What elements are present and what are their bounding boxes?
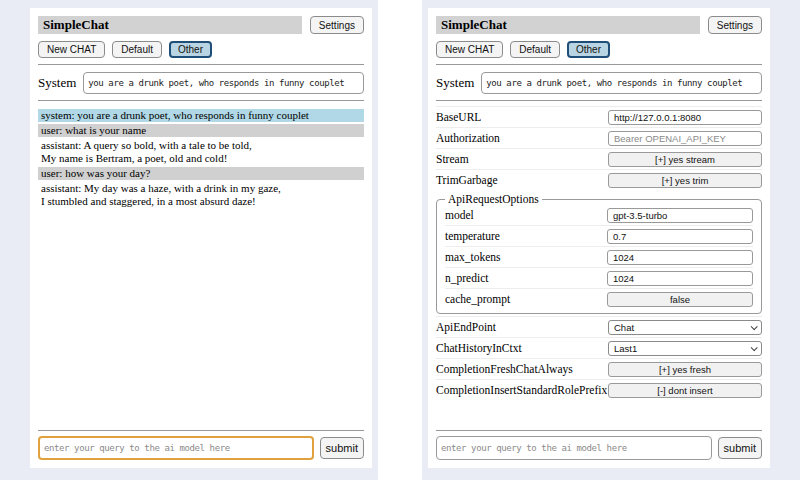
system-prompt-input[interactable] <box>83 72 364 94</box>
system-label: System <box>38 72 76 91</box>
stream-label: Stream <box>436 153 608 165</box>
system-prompt-row: System <box>38 72 364 94</box>
n-predict-input[interactable] <box>607 271 753 286</box>
model-label: model <box>445 209 607 221</box>
system-prompt-input[interactable] <box>481 72 762 94</box>
authorization-input[interactable] <box>608 131 762 146</box>
max-tokens-input[interactable] <box>607 250 753 265</box>
new-chat-button[interactable]: New CHAT <box>38 41 105 58</box>
api-endpoint-selected-value: Chat <box>614 322 634 333</box>
chat-message-system: system: you are a drunk poet, who respon… <box>38 109 364 122</box>
session-default-button[interactable]: Default <box>112 41 162 58</box>
chat-history-select[interactable]: Last1 <box>608 341 762 356</box>
chat-card: SimpleChat Settings New CHAT Default Oth… <box>30 8 372 468</box>
chevron-down-icon <box>751 323 758 330</box>
chat-history-selected-value: Last1 <box>614 343 637 354</box>
new-chat-button[interactable]: New CHAT <box>436 41 503 58</box>
setting-row-cache-prompt: cache_prompt false <box>445 288 753 309</box>
settings-view-screenshot: SimpleChat Settings New CHAT Default Oth… <box>422 0 800 480</box>
query-bar: submit <box>38 424 364 460</box>
api-endpoint-label: ApiEndPoint <box>436 321 608 333</box>
settings-button[interactable]: Settings <box>708 16 762 34</box>
completion-fresh-toggle-button[interactable]: [+] yes fresh <box>608 362 762 377</box>
app-title: SimpleChat <box>436 16 700 34</box>
max-tokens-label: max_tokens <box>445 251 607 263</box>
app-title: SimpleChat <box>38 16 302 34</box>
setting-row-authorization: Authorization <box>436 127 762 148</box>
settings-card: SimpleChat Settings New CHAT Default Oth… <box>428 8 770 468</box>
chat-log: system: you are a drunk poet, who respon… <box>38 109 364 210</box>
chevron-down-icon <box>751 344 758 351</box>
session-other-button[interactable]: Other <box>567 41 610 58</box>
trimgarbage-toggle-button[interactable]: [+] yes trim <box>608 173 762 188</box>
setting-row-api-endpoint: ApiEndPoint Chat <box>436 316 762 337</box>
completion-role-prefix-toggle-button[interactable]: [-] dont insert <box>608 383 762 398</box>
header: SimpleChat Settings <box>38 16 364 34</box>
chat-message-assistant: assistant: My day was a haze, with a dri… <box>38 182 364 208</box>
chat-message-user: user: how was your day? <box>38 167 364 180</box>
setting-row-trimgarbage: TrimGarbage [+] yes trim <box>436 169 762 190</box>
divider <box>436 64 762 65</box>
system-label: System <box>436 72 474 91</box>
setting-row-model: model <box>445 205 753 225</box>
query-bar: submit <box>436 424 762 460</box>
api-request-options-fieldset: ApiRequestOptions model temperature max_… <box>436 193 762 314</box>
submit-button[interactable]: submit <box>718 437 762 459</box>
temperature-input[interactable] <box>607 229 753 244</box>
chat-view-screenshot: SimpleChat Settings New CHAT Default Oth… <box>0 0 378 480</box>
setting-row-completion-role-prefix: CompletionInsertStandardRolePrefix [-] d… <box>436 379 762 400</box>
cache-prompt-toggle-button[interactable]: false <box>607 292 753 307</box>
completion-fresh-label: CompletionFreshChatAlways <box>436 363 608 375</box>
divider <box>38 64 364 65</box>
setting-row-baseurl: BaseURL <box>436 106 762 127</box>
system-prompt-row: System <box>436 72 762 94</box>
setting-row-max-tokens: max_tokens <box>445 246 753 267</box>
divider <box>38 430 364 431</box>
chat-message-user: user: what is your name <box>38 124 364 137</box>
settings-button[interactable]: Settings <box>310 16 364 34</box>
query-input[interactable] <box>38 436 314 460</box>
n-predict-label: n_predict <box>445 272 607 284</box>
setting-row-stream: Stream [+] yes stream <box>436 148 762 169</box>
cache-prompt-label: cache_prompt <box>445 293 607 305</box>
submit-button[interactable]: submit <box>320 437 364 459</box>
model-input[interactable] <box>607 208 753 223</box>
divider <box>436 100 762 101</box>
setting-row-n-predict: n_predict <box>445 267 753 288</box>
completion-role-prefix-label: CompletionInsertStandardRolePrefix <box>436 384 608 396</box>
stream-toggle-button[interactable]: [+] yes stream <box>608 152 762 167</box>
divider <box>38 100 364 101</box>
trimgarbage-label: TrimGarbage <box>436 174 608 186</box>
chat-history-label: ChatHistoryInCtxt <box>436 342 608 354</box>
setting-row-completion-fresh: CompletionFreshChatAlways [+] yes fresh <box>436 358 762 379</box>
chat-session-bar: New CHAT Default Other <box>38 41 364 58</box>
api-endpoint-select[interactable]: Chat <box>608 320 762 335</box>
chat-message-assistant: assistant: A query so bold, with a tale … <box>38 139 364 165</box>
divider <box>436 430 762 431</box>
session-default-button[interactable]: Default <box>510 41 560 58</box>
authorization-label: Authorization <box>436 132 608 144</box>
baseurl-label: BaseURL <box>436 111 608 123</box>
query-input[interactable] <box>436 436 712 460</box>
temperature-label: temperature <box>445 230 607 242</box>
baseurl-input[interactable] <box>608 110 762 125</box>
setting-row-temperature: temperature <box>445 225 753 246</box>
setting-row-chat-history: ChatHistoryInCtxt Last1 <box>436 337 762 358</box>
chat-session-bar: New CHAT Default Other <box>436 41 762 58</box>
session-other-button[interactable]: Other <box>169 41 212 58</box>
api-request-options-legend: ApiRequestOptions <box>445 193 542 205</box>
header: SimpleChat Settings <box>436 16 762 34</box>
